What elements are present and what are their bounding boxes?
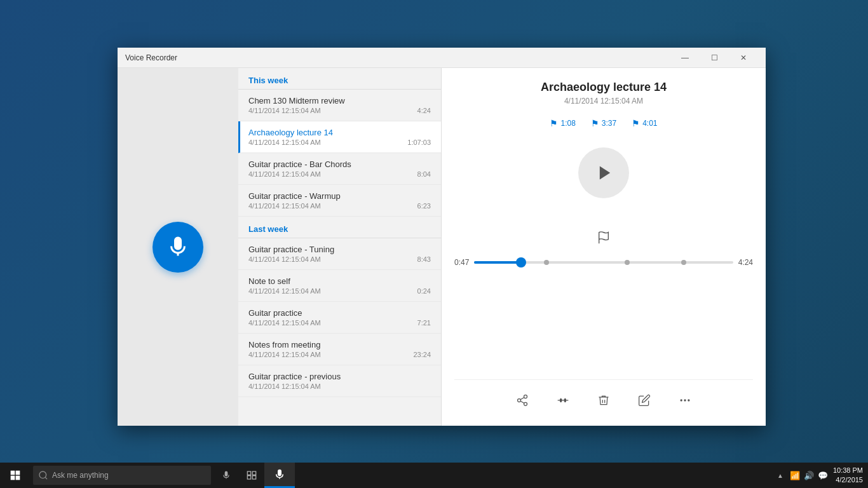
list-item[interactable]: Guitar practice - previous 4/11/2014 12:… xyxy=(238,365,441,397)
svg-line-6 xyxy=(520,397,524,399)
list-item[interactable]: Note to self 4/11/2014 12:15:04 AM 0:24 xyxy=(238,270,441,302)
titlebar: Voice Recorder — ☐ ✕ xyxy=(118,48,766,68)
flag-icon-1: ⚑ xyxy=(550,118,558,128)
svg-line-5 xyxy=(520,401,524,403)
item-meta: 4/11/2014 12:15:04 AM 7:21 xyxy=(248,319,431,327)
record-button[interactable] xyxy=(153,222,203,273)
marker-2[interactable]: ⚑ 3:37 xyxy=(591,118,616,128)
delete-icon xyxy=(597,394,610,407)
volume-icon[interactable]: 🔊 xyxy=(804,471,814,480)
item-date: 4/11/2014 12:15:04 AM xyxy=(248,319,321,327)
flag-add-icon xyxy=(597,231,611,245)
progress-area: 0:47 4:24 xyxy=(454,258,753,267)
taskbar-search[interactable]: Ask me anything xyxy=(33,466,211,485)
markers-row: ⚑ 1:08 ⚑ 3:37 ⚑ 4:01 xyxy=(550,118,657,128)
search-icon xyxy=(38,470,48,480)
cortana-mic-button[interactable] xyxy=(214,463,239,488)
list-item[interactable]: Guitar practice - Bar Chords 4/11/2014 1… xyxy=(238,153,441,185)
item-name: Guitar practice xyxy=(248,308,431,318)
item-name: Archaeology lecture 14 xyxy=(248,128,431,137)
item-name: Guitar practice - previous xyxy=(248,372,431,381)
network-icon[interactable]: 📶 xyxy=(790,471,800,480)
close-button[interactable]: ✕ xyxy=(729,48,758,68)
more-options-button[interactable] xyxy=(672,388,698,413)
add-marker-button[interactable] xyxy=(590,224,618,252)
svg-rect-15 xyxy=(11,471,15,475)
marker-3[interactable]: ⚑ 4:01 xyxy=(632,118,657,128)
svg-rect-24 xyxy=(252,476,255,479)
play-button[interactable] xyxy=(578,147,629,198)
progress-thumb[interactable] xyxy=(516,257,526,268)
notification-icon[interactable]: 💬 xyxy=(818,471,828,480)
play-area xyxy=(578,147,629,198)
item-meta: 4/11/2014 12:15:04 AM 23:24 xyxy=(248,351,431,358)
maximize-button[interactable]: ☐ xyxy=(700,48,729,68)
svg-point-19 xyxy=(39,471,46,478)
marker-dot-2 xyxy=(625,260,630,265)
taskbar-right: ▲ 📶 🔊 💬 10:38 PM 4/2/2015 xyxy=(776,466,868,485)
taskbar-voice-recorder-icon xyxy=(274,469,285,480)
item-duration: 4:24 xyxy=(417,107,431,114)
flag-icon-2: ⚑ xyxy=(591,118,599,128)
item-meta: 4/11/2014 12:15:04 AM 1:07:03 xyxy=(248,139,431,146)
item-name: Notes from meeting xyxy=(248,340,431,349)
item-duration: 6:23 xyxy=(417,202,431,210)
list-item-selected[interactable]: Archaeology lecture 14 4/11/2014 12:15:0… xyxy=(238,121,441,153)
list-item[interactable]: Guitar practice - Warmup 4/11/2014 12:15… xyxy=(238,185,441,217)
window-title: Voice Recorder xyxy=(125,53,670,62)
svg-line-20 xyxy=(45,477,47,479)
list-item[interactable]: Notes from meeting 4/11/2014 12:15:04 AM… xyxy=(238,334,441,365)
marker-1[interactable]: ⚑ 1:08 xyxy=(550,118,575,128)
delete-button[interactable] xyxy=(591,388,616,413)
item-date: 4/11/2014 12:15:04 AM xyxy=(248,351,321,358)
minimize-button[interactable]: — xyxy=(670,48,700,68)
rename-button[interactable] xyxy=(632,388,657,413)
section-header-last-week: Last week xyxy=(238,217,441,238)
marker-dot-3 xyxy=(681,260,686,265)
player-toolbar xyxy=(454,379,753,413)
item-meta: 4/11/2014 12:15:04 AM 8:04 xyxy=(248,170,431,178)
svg-point-4 xyxy=(524,402,527,405)
windows-icon xyxy=(10,470,20,480)
item-duration: 23:24 xyxy=(413,351,431,358)
cortana-mic-icon xyxy=(222,471,231,480)
total-time: 4:24 xyxy=(738,258,753,267)
clock[interactable]: 10:38 PM 4/2/2015 xyxy=(833,466,863,485)
item-name: Guitar practice - Bar Chords xyxy=(248,159,431,169)
item-duration: 8:04 xyxy=(417,170,431,178)
clock-time: 10:38 PM xyxy=(833,466,863,475)
item-meta: 4/11/2014 12:15:04 AM xyxy=(248,383,431,390)
svg-rect-10 xyxy=(560,399,562,402)
item-meta: 4/11/2014 12:15:04 AM 8:43 xyxy=(248,255,431,263)
voice-recorder-window: Voice Recorder — ☐ ✕ This week xyxy=(118,48,766,426)
current-time: 0:47 xyxy=(454,258,469,267)
item-date: 4/11/2014 12:15:04 AM xyxy=(248,383,321,390)
start-button[interactable] xyxy=(0,463,31,488)
progress-bar[interactable] xyxy=(474,261,733,264)
item-date: 4/11/2014 12:15:04 AM xyxy=(248,139,321,146)
player-title: Archaeology lecture 14 xyxy=(541,81,667,94)
taskbar-app-voice-recorder[interactable] xyxy=(264,463,295,488)
taskbar: Ask me anything ▲ � xyxy=(0,463,868,488)
svg-point-2 xyxy=(524,395,527,398)
marker-time-3: 4:01 xyxy=(642,119,657,128)
share-button[interactable] xyxy=(510,388,535,413)
progress-fill xyxy=(474,261,520,264)
list-item[interactable]: Guitar practice 4/11/2014 12:15:04 AM 7:… xyxy=(238,302,441,334)
item-name: Chem 130 Midterm review xyxy=(248,96,431,105)
item-date: 4/11/2014 12:15:04 AM xyxy=(248,287,321,295)
task-view-button[interactable] xyxy=(239,463,264,488)
item-name: Guitar practice - Warmup xyxy=(248,191,431,201)
list-item[interactable]: Chem 130 Midterm review 4/11/2014 12:15:… xyxy=(238,90,441,121)
section-header-this-week: This week xyxy=(238,68,441,90)
svg-rect-17 xyxy=(11,476,15,480)
recordings-list-panel: This week Chem 130 Midterm review 4/11/2… xyxy=(238,68,442,426)
system-tray-chevron[interactable]: ▲ xyxy=(776,471,785,480)
item-name: Note to self xyxy=(248,276,431,286)
item-duration: 7:21 xyxy=(417,319,431,327)
list-item[interactable]: Guitar practice - Tuning 4/11/2014 12:15… xyxy=(238,238,441,270)
search-placeholder: Ask me anything xyxy=(52,471,109,480)
rename-icon xyxy=(638,394,651,407)
item-date: 4/11/2014 12:15:04 AM xyxy=(248,255,321,263)
trim-button[interactable] xyxy=(550,388,576,413)
